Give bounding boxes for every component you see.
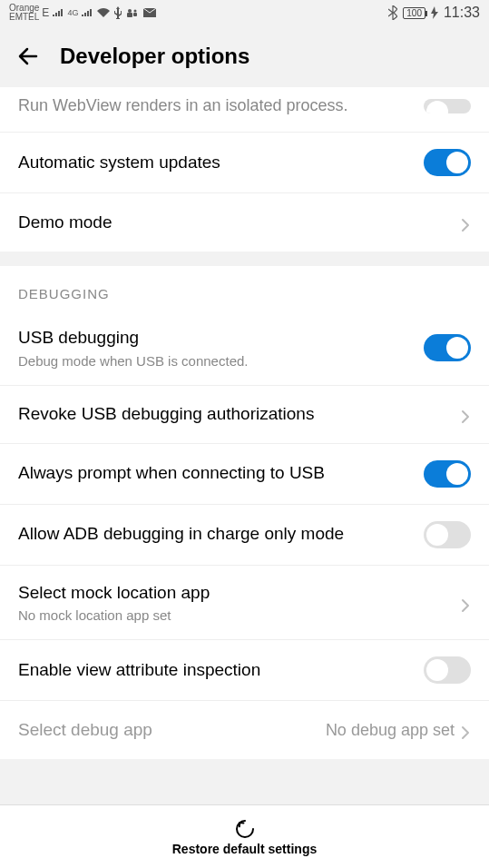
charging-icon: [431, 6, 438, 19]
row-value: No debug app set: [326, 721, 455, 740]
net-4g-indicator: 4G: [67, 8, 78, 17]
svg-rect-2: [127, 13, 132, 17]
chevron-right-icon: [460, 409, 471, 419]
signal-bars-icon: [52, 7, 64, 18]
status-right: 100 11:33: [388, 5, 480, 21]
page-title: Developer options: [60, 44, 249, 69]
status-bar: Orange EMTEL E 4G 100: [0, 0, 489, 25]
usb-icon: [113, 6, 122, 19]
row-title: USB debugging: [18, 327, 413, 350]
row-title: Automatic system updates: [18, 152, 413, 174]
allow-adb-debugging-in-charge-only-mode-toggle[interactable]: [424, 521, 471, 548]
row-text: USB debuggingDebug mode when USB is conn…: [18, 327, 424, 369]
enable-view-attribute-inspection-toggle[interactable]: [424, 656, 471, 684]
wifi-icon: [96, 7, 111, 18]
row-title: Revoke USB debugging authorizations: [18, 403, 449, 426]
row-title: Enable view attribute inspection: [18, 659, 413, 682]
carrier-2: EMTEL: [9, 13, 39, 22]
row-text: Always prompt when connecting to USB: [18, 462, 424, 485]
section-debugging-header: DEBUGGING: [0, 266, 489, 311]
net-e-indicator: E: [42, 6, 49, 19]
status-left: Orange EMTEL E 4G: [9, 4, 157, 22]
webview-toggle[interactable]: [424, 99, 471, 113]
row-text: Revoke USB debugging authorizations: [18, 403, 460, 426]
chevron-right-icon: [460, 217, 471, 228]
svg-point-0: [128, 9, 132, 13]
row-text: Demo mode: [18, 212, 460, 234]
row-text: Allow ADB debugging in charge only mode: [18, 523, 424, 546]
row-title: Allow ADB debugging in charge only mode: [18, 523, 413, 546]
row-text: Select debug app: [18, 719, 326, 742]
settings-list: Run WebView renders in an isolated proce…: [0, 87, 489, 759]
carrier-stack: Orange EMTEL: [9, 4, 39, 22]
battery-level: 100: [406, 8, 422, 18]
restore-icon: [234, 818, 256, 840]
row-webview-isolated[interactable]: Run WebView renders in an isolated proce…: [0, 87, 489, 133]
row-title: Select debug app: [18, 719, 315, 742]
row-subtitle: Debug mode when USB is connected.: [18, 353, 413, 369]
always-prompt-when-connecting-to-usb-toggle[interactable]: [424, 460, 471, 488]
automatic-system-updates-toggle[interactable]: [424, 149, 471, 176]
header: Developer options: [0, 25, 489, 87]
row-usb-debugging[interactable]: USB debuggingDebug mode when USB is conn…: [0, 311, 489, 386]
chevron-right-icon: [460, 597, 471, 608]
row-automatic-system-updates[interactable]: Automatic system updates: [0, 133, 489, 193]
row-title: Select mock location app: [18, 582, 449, 605]
row-webview-label: Run WebView renders in an isolated proce…: [18, 96, 424, 115]
row-text: Automatic system updates: [18, 152, 424, 174]
restore-defaults-button[interactable]: Restore default settings: [0, 804, 489, 868]
mail-icon: [142, 7, 157, 18]
row-select-mock-location-app[interactable]: Select mock location appNo mock location…: [0, 566, 489, 641]
row-select-debug-app[interactable]: Select debug appNo debug app set: [0, 701, 489, 759]
battery-indicator: 100: [403, 7, 425, 19]
row-always-prompt-when-connecting-to-usb[interactable]: Always prompt when connecting to USB: [0, 444, 489, 505]
section-gap: [0, 252, 489, 266]
svg-point-1: [134, 10, 137, 13]
row-title: Demo mode: [18, 212, 449, 234]
row-text: Select mock location appNo mock location…: [18, 582, 460, 624]
usb-debugging-toggle[interactable]: [424, 334, 471, 361]
arrow-left-icon: [16, 44, 42, 69]
row-revoke-usb-debugging-authorizations[interactable]: Revoke USB debugging authorizations: [0, 386, 489, 444]
row-demo-mode[interactable]: Demo mode: [0, 193, 489, 252]
signal-bars-2-icon: [81, 7, 93, 18]
clock: 11:33: [444, 5, 480, 21]
chevron-right-icon: [460, 725, 471, 735]
row-text: Enable view attribute inspection: [18, 659, 424, 682]
svg-rect-3: [133, 13, 137, 16]
teams-icon: [125, 7, 140, 18]
restore-label: Restore default settings: [172, 842, 317, 856]
row-subtitle: No mock location app set: [18, 607, 449, 623]
row-enable-view-attribute-inspection[interactable]: Enable view attribute inspection: [0, 640, 489, 701]
back-button[interactable]: [16, 44, 42, 69]
bluetooth-icon: [388, 5, 397, 20]
row-title: Always prompt when connecting to USB: [18, 462, 413, 485]
row-allow-adb-debugging-in-charge-only-mode[interactable]: Allow ADB debugging in charge only mode: [0, 505, 489, 566]
